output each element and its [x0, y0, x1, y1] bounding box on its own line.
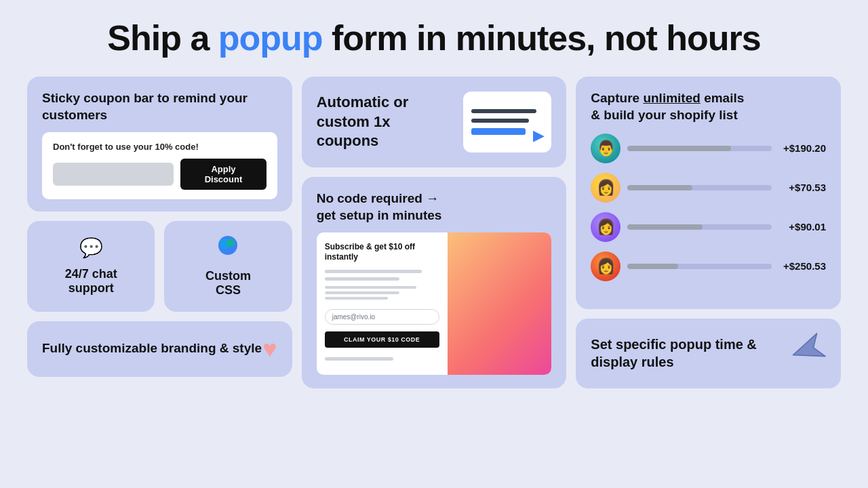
coupon-card-title: Sticky coupon bar to remind your custome… [42, 90, 277, 123]
popup-dash-3 [325, 297, 388, 300]
feature-grid: Sticky coupon bar to remind your custome… [27, 77, 841, 388]
page-headline: Ship a popup form in minutes, not hours [107, 19, 760, 58]
email-amount-4: +$250.53 [778, 260, 826, 272]
email-capture-title: Capture unlimited emails& build your sho… [591, 90, 826, 123]
email-rows: 👨 +$190.20 👩 +$70.53 👩 [591, 134, 826, 281]
popup-dash-1 [325, 286, 416, 289]
email-bar-wrap-4 [627, 264, 772, 269]
coupon-card: Sticky coupon bar to remind your custome… [27, 77, 292, 211]
email-amount-1: +$190.20 [778, 142, 826, 154]
brand-card: Fully customizable branding & style ♥ [27, 321, 292, 377]
headline-suffix: form in minutes, not hours [323, 18, 761, 58]
popup-line-1 [325, 270, 422, 273]
coupon-inner: Don't forget to use your 10% code! Apply… [42, 132, 277, 199]
email-amount-2: +$70.53 [778, 182, 826, 193]
popup-dash-2 [325, 291, 399, 294]
popup-dashes [325, 286, 439, 300]
popup-image [448, 232, 552, 375]
popup-bottom-line [325, 357, 393, 361]
coupon-bar: Apply Discount [53, 159, 267, 190]
avatar-3: 👩 [591, 212, 620, 242]
svg-point-2 [226, 239, 235, 247]
chat-label: 24/7 chatsupport [65, 267, 117, 296]
coupon-inner-text: Don't forget to use your 10% code! [53, 142, 267, 152]
cursor-arrow-icon: ▶ [533, 127, 545, 144]
avatar-4: 👩 [591, 251, 620, 281]
auto-coupon-title: Automatic or custom 1x coupons [317, 93, 453, 151]
popup-claim-button: CLAIM YOUR $10 CODE [325, 331, 439, 348]
no-code-title: No code required →get setup in minutes [317, 190, 552, 224]
svg-marker-3 [789, 333, 825, 366]
popup-email-input: james@rivo.io [325, 309, 439, 325]
headline-prefix: Ship a [107, 18, 218, 58]
bottom-left-row: 💬 24/7 chatsupport CustomCSS [27, 221, 292, 312]
time-rules-card: Set specific popup time & display rules [576, 319, 841, 388]
popup-subscribe-text: Subscribe & get $10 off instantly [325, 242, 439, 263]
css-icon [217, 235, 239, 261]
apply-discount-button[interactable]: Apply Discount [180, 159, 266, 190]
email-row-1: 👨 +$190.20 [591, 134, 826, 163]
right-column: Capture unlimited emails& build your sho… [576, 77, 841, 388]
email-row-2: 👩 +$70.53 [591, 173, 826, 203]
cursor-bar-blue [471, 128, 526, 135]
email-bar-wrap-3 [627, 224, 772, 230]
cursor-graphic: ▶ [463, 92, 551, 152]
no-code-card: No code required →get setup in minutes S… [302, 177, 567, 388]
email-row-4: 👩 +$250.53 [591, 251, 826, 281]
headline-highlight: popup [218, 18, 323, 58]
middle-column: Automatic or custom 1x coupons ▶ No code… [302, 77, 567, 388]
time-rules-title: Set specific popup time & display rules [591, 336, 791, 371]
coupon-input-mock [53, 163, 174, 186]
css-label: CustomCSS [205, 269, 251, 298]
chat-icon: 💬 [79, 237, 103, 259]
email-row-3: 👩 +$90.01 [591, 212, 826, 242]
heart-icon: ♥ [262, 335, 277, 363]
brand-card-title: Fully customizable branding & style [42, 340, 262, 357]
send-icon [785, 327, 832, 380]
popup-left: Subscribe & get $10 off instantly james@… [317, 232, 448, 375]
email-amount-3: +$90.01 [778, 221, 826, 232]
cursor-line-1 [471, 109, 536, 113]
chat-support-card: 💬 24/7 chatsupport [27, 221, 155, 312]
left-column: Sticky coupon bar to remind your custome… [27, 77, 292, 388]
auto-coupon-card: Automatic or custom 1x coupons ▶ [302, 77, 567, 167]
avatar-1: 👨 [591, 134, 620, 163]
popup-line-2 [325, 277, 399, 281]
css-card: CustomCSS [164, 221, 292, 312]
avatar-2: 👩 [591, 173, 620, 203]
email-bar-wrap-1 [627, 146, 772, 151]
cursor-line-2 [471, 119, 529, 123]
popup-mockup: Subscribe & get $10 off instantly james@… [317, 232, 552, 375]
email-bar-wrap-2 [627, 185, 772, 190]
email-capture-card: Capture unlimited emails& build your sho… [576, 77, 841, 308]
